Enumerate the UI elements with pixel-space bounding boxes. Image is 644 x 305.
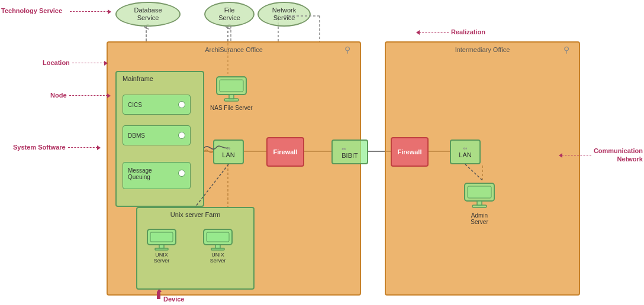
message-queuing-label: Message Queuing — [128, 167, 152, 180]
nas-server-icon — [214, 74, 249, 103]
firewall-left-box: Firewall — [266, 137, 304, 167]
nas-server-label: NAS File Server — [210, 105, 253, 111]
mainframe-box: Mainframe CICS DBMS Message Queuing — [115, 71, 204, 207]
unix-server-1: UNIX Server — [146, 227, 177, 264]
technology-service-label: Technology Service — [1, 7, 62, 14]
system-software-label: System Software — [13, 144, 98, 151]
dbms-item: DBMS — [123, 125, 191, 145]
svg-rect-17 — [150, 232, 173, 242]
admin-server-icon — [462, 180, 497, 210]
database-service-label: Database Service — [134, 7, 162, 22]
bibit-label: BIBIT — [342, 152, 358, 159]
network-service-ellipse: Network Service — [257, 2, 311, 27]
tech-service-arrow — [70, 11, 108, 12]
svg-rect-23 — [211, 248, 224, 250]
lan-right-box: ⇔ LAN — [450, 139, 481, 164]
bibit-network-icon: ⇔ — [342, 146, 346, 152]
unix-farm-title: Unix server Farm — [170, 211, 220, 218]
lan-left-box: ⇔ LAN — [213, 139, 244, 164]
communication-network-label: CommunicationNetwork — [562, 147, 643, 164]
lan-right-label: LAN — [459, 151, 471, 158]
svg-rect-13 — [220, 80, 243, 92]
admin-server: Admin Server — [462, 180, 497, 225]
dbms-label: DBMS — [128, 132, 145, 139]
realization-label: Realization — [419, 28, 485, 35]
mainframe-title: Mainframe — [123, 75, 153, 82]
unix-farm-box: Unix server Farm UNIX Server UNIX Server — [136, 207, 255, 290]
unix-server-2-icon — [202, 227, 233, 251]
system-software-text: System Software — [13, 144, 66, 151]
unix-server-1-icon — [146, 227, 177, 251]
intermediary-office-box: Intermediary Office ⚲ — [385, 41, 580, 296]
file-service-label: File Service — [218, 7, 240, 22]
firewall-left-label: Firewall — [273, 148, 298, 155]
device-label: Device — [155, 294, 184, 303]
database-service-ellipse: Database Service — [115, 2, 181, 27]
realization-text: Realization — [451, 28, 485, 35]
comm-net-text: CommunicationNetwork — [594, 147, 643, 164]
svg-rect-22 — [215, 245, 220, 248]
admin-server-label: Admin Server — [462, 212, 497, 225]
message-queuing-item: Message Queuing — [123, 162, 191, 189]
svg-rect-25 — [468, 186, 491, 198]
intermediary-title: Intermediary Office — [455, 46, 510, 53]
node-label: Node — [50, 92, 108, 99]
svg-rect-21 — [207, 232, 229, 242]
svg-rect-27 — [472, 205, 487, 207]
archisurance-pin-icon: ⚲ — [344, 45, 350, 54]
cics-icon — [178, 101, 185, 108]
device-text: Device — [163, 296, 184, 303]
lan-right-network-icon: ⇔ — [463, 145, 468, 151]
cics-item: CICS — [123, 95, 191, 115]
firewall-right-label: Firewall — [398, 148, 422, 155]
diagram-container: Technology Service Database Service File… — [0, 0, 644, 305]
nas-file-server: NAS File Server — [210, 74, 253, 111]
cics-label: CICS — [128, 102, 142, 108]
dbms-icon — [178, 132, 185, 139]
unix-server-2-label: UNIX Server — [202, 252, 233, 264]
svg-rect-18 — [159, 245, 164, 248]
file-service-ellipse: File Service — [204, 2, 255, 27]
intermediary-pin-icon: ⚲ — [564, 45, 569, 54]
firewall-right-box: Firewall — [391, 137, 429, 167]
node-text: Node — [50, 92, 67, 99]
lan-left-network-icon: ⇔ — [226, 145, 231, 151]
location-label: Location — [43, 59, 105, 66]
network-service-label: Network Service — [272, 7, 296, 22]
location-text: Location — [43, 59, 70, 66]
archisurance-title: ArchiSurance Office — [205, 46, 263, 53]
bibit-box: ⇔ BIBIT — [331, 139, 368, 164]
svg-rect-15 — [224, 99, 239, 101]
unix-server-1-label: UNIX Server — [146, 252, 177, 264]
unix-server-2: UNIX Server — [202, 227, 233, 264]
lan-left-label: LAN — [222, 151, 234, 158]
svg-rect-19 — [155, 248, 168, 250]
message-queuing-icon — [178, 170, 185, 177]
